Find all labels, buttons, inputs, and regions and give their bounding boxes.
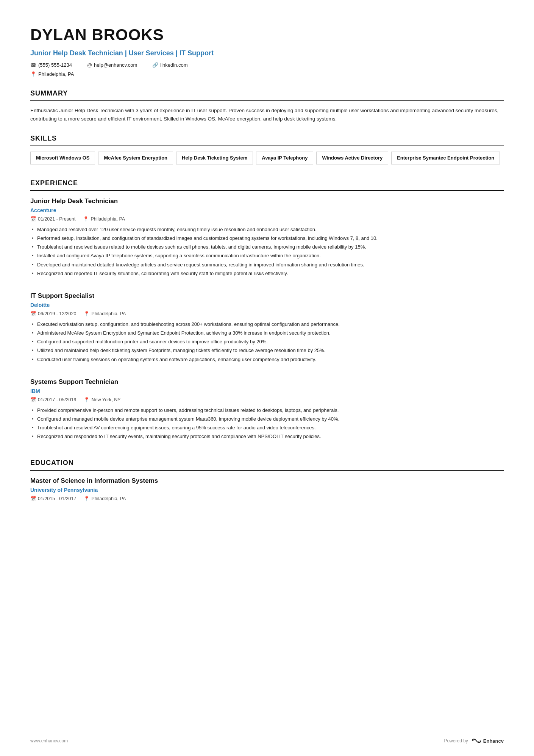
bullet-list: Managed and resolved over 120 user servi… [30,226,504,277]
summary-text: Enthusiastic Junior Help Desk Technician… [30,106,504,123]
bullet-item: Developed and maintained detailed knowle… [30,261,504,269]
experience-title: EXPERIENCE [30,178,504,191]
email-icon: @ [87,61,92,69]
experience-section: EXPERIENCE Junior Help Desk Technician A… [30,178,504,447]
company-name: Deloitte [30,301,504,309]
experience-entry: IT Support Specialist Deloitte 📅 06/2019… [30,291,504,370]
location-icon: 📍 [84,495,90,502]
location-icon: 📍 [84,396,90,404]
experience-entry: Systems Support Technician IBM 📅 01/2017… [30,377,504,447]
bullet-item: Installed and configured Avaya IP teleph… [30,252,504,260]
edu-dates: 📅 01/2015 - 01/2017 [30,495,76,502]
job-meta: 📅 01/2021 - Present 📍 Philadelphia, PA [30,216,504,223]
skill-item: Avaya IP Telephony [256,152,313,164]
experience-list: Junior Help Desk Technician Accenture 📅 … [30,196,504,447]
powered-by-text: Powered by [444,737,468,744]
company-name: IBM [30,387,504,395]
bullet-item: Conducted user training sessions on oper… [30,356,504,363]
phone-contact: ☎ (555) 555-1234 [30,61,72,69]
footer: www.enhancv.com Powered by Enhancv [30,737,504,745]
education-title: EDUCATION [30,458,504,471]
location-contact: 📍 Philadelphia, PA [30,70,74,78]
job-location: 📍 Philadelphia, PA [83,216,125,223]
linkedin-url: linkedin.com [160,61,187,69]
bullet-item: Configured and supported multifunction p… [30,338,504,346]
job-title: IT Support Specialist [30,291,504,301]
phone-number: (555) 555-1234 [38,61,72,69]
skills-title: SKILLS [30,133,504,146]
contact-row-2: 📍 Philadelphia, PA [30,70,504,78]
job-meta: 📅 06/2019 - 12/2020 📍 Philadelphia, PA [30,310,504,318]
header: DYLAN BROOKS Junior Help Desk Technician… [30,23,504,78]
job-title: Junior Help Desk Technician [30,196,504,206]
location-icon: 📍 [30,70,36,78]
footer-brand: Powered by Enhancv [444,737,504,745]
bullet-item: Executed workstation setup, configuratio… [30,321,504,328]
resume-page: DYLAN BROOKS Junior Help Desk Technician… [0,0,534,756]
bullet-item: Recognized and reported IT security situ… [30,270,504,277]
edu-meta: 📅 01/2015 - 01/2017 📍 Philadelphia, PA [30,495,504,502]
job-location: 📍 Philadelphia, PA [84,310,126,318]
footer-website: www.enhancv.com [30,737,68,744]
job-dates: 📅 06/2019 - 12/2020 [30,310,76,318]
enhancv-logo: Enhancv [471,737,504,745]
bullet-item: Recognized and responded to IT security … [30,433,504,440]
job-dates: 📅 01/2021 - Present [30,216,75,223]
bullet-item: Provided comprehensive in-person and rem… [30,407,504,414]
location-icon: 📍 [83,216,89,223]
location-text: Philadelphia, PA [38,70,74,78]
summary-title: SUMMARY [30,88,504,101]
summary-section: SUMMARY Enthusiastic Junior Help Desk Te… [30,88,504,123]
candidate-name: DYLAN BROOKS [30,23,504,47]
skill-item: McAfee System Encryption [98,152,173,164]
email-address: help@enhancv.com [94,61,137,69]
linkedin-contact[interactable]: 🔗 linkedin.com [152,61,187,69]
experience-entry: Junior Help Desk Technician Accenture 📅 … [30,196,504,284]
bullet-item: Administered McAfee System Encryption an… [30,329,504,337]
link-icon: 🔗 [152,61,158,69]
education-entry: Master of Science in Information Systems… [30,476,504,502]
edu-degree: Master of Science in Information Systems [30,476,504,486]
bullet-item: Troubleshot and resolved AV conferencing… [30,424,504,432]
contact-row-1: ☎ (555) 555-1234 @ help@enhancv.com 🔗 li… [30,61,504,69]
bullet-list: Provided comprehensive in-person and rem… [30,407,504,441]
skill-item: Enterprise Symantec Endpoint Protection [391,152,500,164]
candidate-title: Junior Help Desk Technician | User Servi… [30,48,504,58]
calendar-icon: 📅 [30,216,36,223]
calendar-icon: 📅 [30,495,36,502]
skills-section: SKILLS Microsoft Windows OSMcAfee System… [30,133,504,167]
edu-school: University of Pennsylvania [30,486,504,494]
job-title: Systems Support Technician [30,377,504,387]
bullet-item: Managed and resolved over 120 user servi… [30,226,504,233]
company-name: Accenture [30,207,504,214]
bullet-item: Troubleshot and resolved issues related … [30,243,504,251]
calendar-icon: 📅 [30,396,36,404]
job-location: 📍 New York, NY [84,396,120,404]
calendar-icon: 📅 [30,310,36,318]
brand-name: Enhancv [483,737,504,745]
bullet-item: Performed setup, installation, and confi… [30,235,504,242]
skill-item: Microsoft Windows OS [30,152,95,164]
bullet-item: Utilized and maintained help desk ticket… [30,347,504,354]
job-meta: 📅 01/2017 - 05/2019 📍 New York, NY [30,396,504,404]
location-icon: 📍 [84,310,90,318]
skills-grid: Microsoft Windows OSMcAfee System Encryp… [30,152,504,167]
edu-location: 📍 Philadelphia, PA [84,495,126,502]
skill-item: Help Desk Ticketing System [176,152,253,164]
email-contact: @ help@enhancv.com [87,61,137,69]
education-list: Master of Science in Information Systems… [30,476,504,502]
phone-icon: ☎ [30,61,36,69]
job-dates: 📅 01/2017 - 05/2019 [30,396,76,404]
bullet-list: Executed workstation setup, configuratio… [30,321,504,363]
enhancv-logo-icon [471,737,482,744]
education-section: EDUCATION Master of Science in Informati… [30,458,504,502]
bullet-item: Configured and managed mobile device ent… [30,415,504,423]
skill-item: Windows Active Directory [316,152,388,164]
